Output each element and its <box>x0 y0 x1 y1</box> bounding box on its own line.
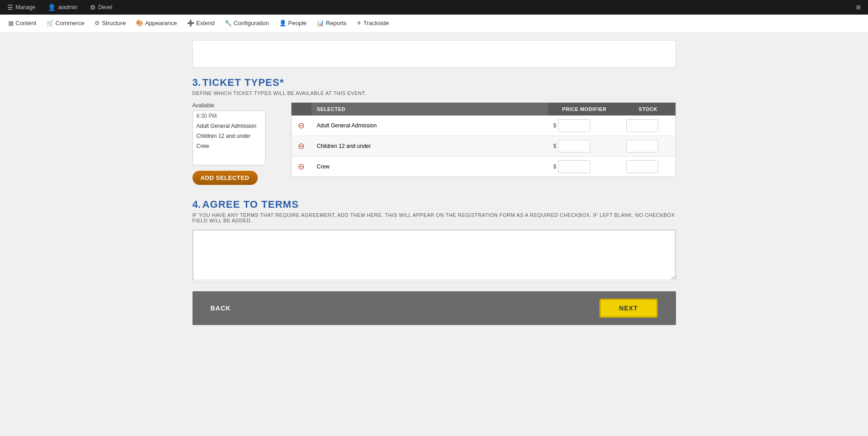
section3-description: DEFINE WHICH TICKET TYPES WILL BE AVAILA… <box>192 90 676 96</box>
devel-label: Devel <box>98 4 112 11</box>
col-remove-header <box>291 103 312 116</box>
people-icon: 👤 <box>279 20 286 26</box>
appearance-icon: 🎨 <box>136 20 143 26</box>
nav-appearance-label: Appearance <box>145 20 177 26</box>
available-list[interactable]: 6:30 PM Adult General Admission Children… <box>192 110 265 165</box>
list-item-children[interactable]: Children 12 and under <box>193 131 265 141</box>
price-cell-3: $ <box>548 157 621 177</box>
nav-trackside[interactable]: ✈ Trackside <box>352 15 394 33</box>
dollar-sign-1: $ <box>553 122 556 129</box>
terms-box <box>192 230 676 282</box>
nav-configuration[interactable]: 🔧 Configuration <box>220 15 273 33</box>
dollar-sign-3: $ <box>553 163 556 170</box>
nav-structure-label: Structure <box>102 20 126 26</box>
selected-table: Selected PRICE MODIFIER STOCK ⊖ Adult Ge… <box>291 102 676 177</box>
price-input-2[interactable] <box>558 140 590 152</box>
available-section: Available 6:30 PM Adult General Admissio… <box>192 102 284 185</box>
user-menu[interactable]: 👤 aiadmin <box>45 4 80 11</box>
stock-input-3[interactable] <box>626 160 658 173</box>
nav-configuration-label: Configuration <box>234 20 269 26</box>
nav-extend-label: Extend <box>196 20 214 26</box>
section4: 4. AGREE TO TERMS IF YOU HAVE ANY TERMS … <box>192 199 676 282</box>
nav-content-label: Content <box>16 20 36 26</box>
devel-menu[interactable]: ⚙ Devel <box>87 4 115 11</box>
trackside-icon: ✈ <box>357 20 362 26</box>
nav-people-label: People <box>288 20 307 26</box>
nav-content[interactable]: ▦ Content <box>4 15 41 33</box>
nav-appearance[interactable]: 🎨 Appearance <box>131 15 182 33</box>
section4-title: AGREE TO TERMS <box>202 199 299 210</box>
shortcut-icon: ⊞ <box>856 4 861 11</box>
remove-icon-1[interactable]: ⊖ <box>297 121 306 131</box>
stock-cell-2 <box>621 136 676 157</box>
user-label: aiadmin <box>58 4 77 11</box>
table-row: ⊖ Crew $ <box>291 157 676 177</box>
structure-icon: ⚙ <box>94 20 100 26</box>
configuration-icon: 🔧 <box>224 20 232 26</box>
section3-heading: 3. TICKET TYPES* <box>192 77 676 89</box>
ticket-name-3: Crew <box>312 157 548 177</box>
admin-bar: ☰ Manage 👤 aiadmin ⚙ Devel ⊞ <box>0 0 868 15</box>
remove-icon-3[interactable]: ⊖ <box>297 162 306 172</box>
nav-commerce[interactable]: 🛒 Commerce <box>42 15 89 33</box>
commerce-icon: 🛒 <box>47 20 54 26</box>
table-row: ⊖ Children 12 and under $ <box>291 136 676 157</box>
nav-commerce-label: Commerce <box>56 20 85 26</box>
extend-icon: ➕ <box>187 20 194 26</box>
price-input-3[interactable] <box>558 160 590 173</box>
remove-cell-1: ⊖ <box>291 116 312 136</box>
add-selected-button[interactable]: ADD SELECTED <box>192 171 258 185</box>
remove-cell-2: ⊖ <box>291 136 312 157</box>
nav-people[interactable]: 👤 People <box>275 15 311 33</box>
footer-bar: BACK NEXT <box>192 291 676 325</box>
page-content: 3. TICKET TYPES* DEFINE WHICH TICKET TYP… <box>183 40 685 343</box>
section4-heading: 4. AGREE TO TERMS <box>192 199 676 210</box>
admin-right-icon[interactable]: ⊞ <box>853 4 863 11</box>
menu-icon: ☰ <box>7 4 13 11</box>
section3-title: TICKET TYPES* <box>202 77 284 88</box>
reports-icon: 📊 <box>317 20 324 26</box>
ticket-types-container: Available 6:30 PM Adult General Admissio… <box>192 102 676 185</box>
nav-structure[interactable]: ⚙ Structure <box>90 15 130 33</box>
col-price-modifier-header: PRICE MODIFIER <box>548 103 621 116</box>
ticket-name-1: Adult General Admission <box>312 116 548 136</box>
content-icon: ▦ <box>8 20 14 26</box>
price-cell-1: $ <box>548 116 621 136</box>
available-label: Available <box>192 102 284 109</box>
nav-bar: ▦ Content 🛒 Commerce ⚙ Structure 🎨 Appea… <box>0 15 868 33</box>
remove-icon-2[interactable]: ⊖ <box>297 141 306 151</box>
price-cell-2: $ <box>548 136 621 157</box>
nav-reports[interactable]: 📊 Reports <box>312 15 351 33</box>
stock-cell-3 <box>621 157 676 177</box>
manage-label: Manage <box>16 4 35 11</box>
col-selected-header: Selected <box>312 103 548 116</box>
admin-bar-right: ⊞ <box>853 4 863 11</box>
manage-menu[interactable]: ☰ Manage <box>5 4 38 11</box>
table-row: ⊖ Adult General Admission $ <box>291 116 676 136</box>
list-item-crew[interactable]: Crew <box>193 141 265 151</box>
gear-icon: ⚙ <box>90 4 96 11</box>
section4-description: IF YOU HAVE ANY TERMS THAT REQUIRE AGREE… <box>192 212 676 223</box>
nav-trackside-label: Trackside <box>364 20 389 26</box>
list-item-aga[interactable]: Adult General Admission <box>193 121 265 131</box>
next-button[interactable]: NEXT <box>599 299 657 318</box>
stock-input-2[interactable] <box>626 140 658 152</box>
remove-cell-3: ⊖ <box>291 157 312 177</box>
user-icon: 👤 <box>48 4 56 11</box>
top-section <box>192 40 676 68</box>
stock-input-1[interactable] <box>626 119 658 132</box>
section4-number: 4. <box>192 199 201 210</box>
section3-number: 3. <box>192 77 201 88</box>
terms-textarea[interactable] <box>193 230 676 280</box>
stock-cell-1 <box>621 116 676 136</box>
nav-reports-label: Reports <box>326 20 347 26</box>
dollar-sign-2: $ <box>553 143 556 149</box>
nav-extend[interactable]: ➕ Extend <box>182 15 219 33</box>
list-item-time[interactable]: 6:30 PM <box>193 111 265 121</box>
price-input-1[interactable] <box>558 119 590 132</box>
col-stock-header: STOCK <box>621 103 676 116</box>
ticket-name-2: Children 12 and under <box>312 136 548 157</box>
back-button[interactable]: BACK <box>211 305 231 312</box>
